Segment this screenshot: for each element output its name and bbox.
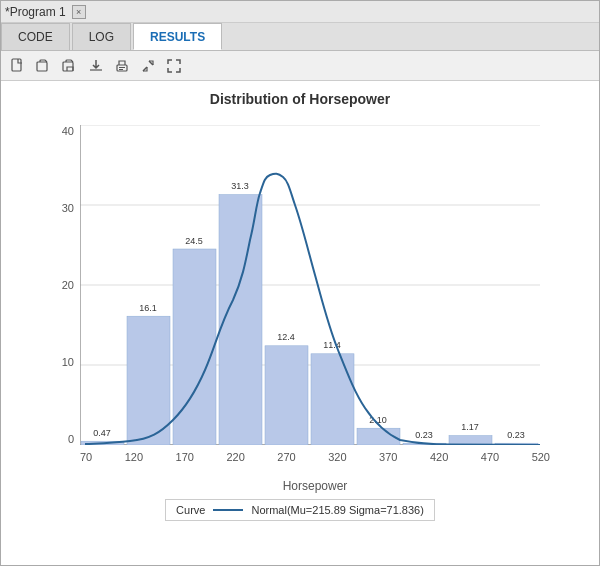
x-label-170: 170 (176, 451, 194, 463)
x-label-120: 120 (125, 451, 143, 463)
x-label-70: 70 (80, 451, 92, 463)
x-label-270: 270 (277, 451, 295, 463)
download-button[interactable] (85, 55, 107, 77)
tab-bar: CODE LOG RESULTS (1, 23, 599, 51)
x-label-320: 320 (328, 451, 346, 463)
tab-log[interactable]: LOG (72, 23, 131, 50)
svg-rect-4 (119, 67, 125, 68)
window-title: *Program 1 (5, 5, 66, 19)
y-label-10: 10 (62, 356, 74, 368)
svg-text:24.5: 24.5 (185, 236, 203, 246)
y-label-20: 20 (62, 279, 74, 291)
svg-rect-0 (12, 59, 21, 71)
chart-container: Distribution of Horsepower 40 30 20 10 0 (1, 81, 599, 565)
main-window: *Program 1 × CODE LOG RESULTS D (0, 0, 600, 566)
chart-legend: Curve Normal(Mu=215.89 Sigma=71.836) (165, 499, 435, 521)
svg-text:31.3: 31.3 (231, 181, 249, 191)
x-label-220: 220 (226, 451, 244, 463)
chart-svg: 0.47 16.1 24.5 31.3 12.4 11.4 2.10 (80, 125, 540, 445)
close-button[interactable]: × (72, 5, 86, 19)
fullscreen-button[interactable] (163, 55, 185, 77)
chart-title: Distribution of Horsepower (210, 91, 390, 107)
svg-text:1.17: 1.17 (461, 422, 479, 432)
svg-rect-1 (37, 62, 47, 71)
toolbar (1, 51, 599, 81)
svg-text:12.4: 12.4 (277, 332, 295, 342)
expand-button[interactable] (137, 55, 159, 77)
open-button[interactable] (33, 55, 55, 77)
print-button[interactable] (111, 55, 133, 77)
x-axis-labels: 70 120 170 220 270 320 370 420 470 520 (80, 451, 550, 463)
y-label-30: 30 (62, 202, 74, 214)
x-label-520: 520 (532, 451, 550, 463)
svg-text:0.23: 0.23 (415, 430, 433, 440)
legend-curve-line (213, 509, 243, 511)
svg-rect-23 (311, 354, 354, 445)
svg-rect-5 (119, 69, 123, 70)
svg-text:0.47: 0.47 (93, 428, 111, 438)
svg-text:0.23: 0.23 (507, 430, 525, 440)
x-label-370: 370 (379, 451, 397, 463)
y-label-0: 0 (68, 433, 74, 445)
svg-rect-17 (173, 249, 216, 445)
tab-results[interactable]: RESULTS (133, 23, 222, 50)
title-bar: *Program 1 × (1, 1, 599, 23)
save-as-button[interactable] (59, 55, 81, 77)
tab-code[interactable]: CODE (1, 23, 70, 50)
legend-curve-label: Normal(Mu=215.89 Sigma=71.836) (251, 504, 423, 516)
x-label-420: 420 (430, 451, 448, 463)
y-axis-labels: 40 30 20 10 0 (40, 125, 78, 445)
x-axis-title: Horsepower (80, 479, 550, 493)
svg-rect-15 (127, 316, 170, 445)
legend-label: Curve (176, 504, 205, 516)
chart-area: 40 30 20 10 0 0.47 (40, 115, 560, 495)
svg-text:16.1: 16.1 (139, 303, 157, 313)
new-doc-button[interactable] (7, 55, 29, 77)
svg-rect-21 (265, 346, 308, 445)
x-label-470: 470 (481, 451, 499, 463)
y-label-40: 40 (62, 125, 74, 137)
svg-rect-19 (219, 195, 262, 445)
